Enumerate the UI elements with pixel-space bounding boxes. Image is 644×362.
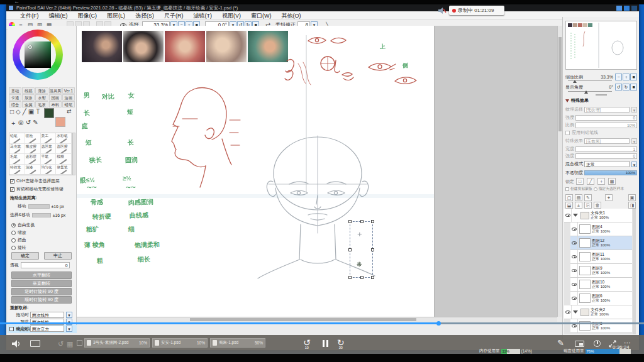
brush-tab[interactable]: 薄涂 bbox=[35, 87, 48, 94]
eyedropper-tool-icon[interactable]: ✎ bbox=[33, 119, 38, 128]
brush-item[interactable]: 均匀化 bbox=[41, 165, 57, 175]
nav-rotate-cw-button[interactable]: ↻ bbox=[623, 84, 630, 90]
nav-zoom-in-button[interactable]: ＋ bbox=[623, 74, 630, 80]
special-effects-header[interactable]: 特殊效果 bbox=[565, 97, 637, 104]
blend-mode-select[interactable]: 正常 bbox=[584, 161, 630, 167]
drag-move-slider[interactable] bbox=[28, 204, 50, 209]
lock-opacity-icon[interactable]: □ bbox=[576, 178, 584, 185]
canvas-viewport[interactable]: 男 对比 女 长 短 庭 短 长 狭长 圆润 眼≤½ ≥½ 〜〜 〜〜 骨感 肉… bbox=[77, 26, 557, 317]
brush-tab[interactable]: 水彩 bbox=[35, 94, 48, 101]
nav-angle-reset-button[interactable]: ■ bbox=[630, 84, 637, 90]
dropdown-button[interactable]: ▾ bbox=[66, 312, 72, 318]
document-tab[interactable]: 安安-1.psd 10% bbox=[152, 338, 208, 348]
radio-free-transform[interactable]: 自由变换 bbox=[11, 222, 35, 228]
title-bar[interactable]: PaintTool SAI Ver.2 (64bit) Preview.2021… bbox=[6, 4, 639, 11]
collapse-triangle-icon[interactable] bbox=[565, 99, 569, 102]
radio-icon[interactable] bbox=[11, 238, 16, 243]
menu-window[interactable]: 窗口(W) bbox=[246, 11, 277, 20]
layer-row[interactable]: 图层10正常 100% bbox=[570, 278, 632, 292]
wand-tool-icon[interactable]: ▣ bbox=[28, 108, 34, 115]
pause-button[interactable] bbox=[323, 340, 328, 347]
menu-select[interactable]: 选择(S) bbox=[130, 11, 159, 20]
navigator-preview[interactable] bbox=[565, 21, 637, 70]
color-wheel[interactable] bbox=[13, 30, 63, 80]
rewind-10-button[interactable]: ↺10 bbox=[303, 338, 311, 352]
scrollbar-thumb[interactable] bbox=[190, 318, 416, 321]
checkbox-icon[interactable]: ✓ bbox=[10, 179, 14, 184]
brush-item[interactable]: 平笔 bbox=[41, 154, 57, 165]
delete-layer-icon[interactable]: 🗑 bbox=[594, 202, 601, 209]
nav-zoom-out-button[interactable]: − bbox=[615, 74, 622, 80]
document-tab[interactable]: 蜀朱-1.psd 50% bbox=[210, 338, 265, 348]
lock-alpha-icon[interactable]: ▩ bbox=[608, 178, 616, 185]
brush-item[interactable]: 橡皮擦 bbox=[25, 144, 41, 155]
rotate-ccw-90-button[interactable]: 逆时针旋转 90 度 bbox=[11, 288, 72, 295]
rect-select-tool-icon[interactable]: □ bbox=[10, 108, 14, 115]
checkbox-move-modifier[interactable]: ✓ 剪切和移动无需按修饰键 bbox=[10, 186, 64, 192]
brush-item[interactable]: 迷彩喷 bbox=[25, 154, 41, 165]
menu-layer[interactable]: 图层(L) bbox=[102, 11, 130, 20]
brush-item[interactable]: 喷枪 bbox=[25, 133, 41, 144]
brush-item[interactable]: 马克笔 bbox=[9, 144, 25, 155]
new-document-icon[interactable] bbox=[77, 340, 82, 346]
layer-row-folder1[interactable]: 文件夹1正常 100% bbox=[564, 209, 632, 222]
flip-horizontal-button[interactable]: 水平翻转 bbox=[11, 272, 72, 279]
layers-scrollbar[interactable] bbox=[633, 209, 636, 334]
canvas-vertical-scrollbar[interactable] bbox=[557, 26, 562, 317]
radio-icon[interactable] bbox=[11, 231, 16, 235]
selection-sample-radio[interactable] bbox=[594, 187, 597, 191]
opacity-slider[interactable]: 100% bbox=[584, 170, 637, 175]
annotate-pencil-icon[interactable]: ✎ bbox=[557, 338, 564, 348]
transform-handle[interactable] bbox=[348, 276, 352, 279]
volume-icon[interactable] bbox=[11, 339, 21, 348]
speaker-muted-icon[interactable] bbox=[438, 7, 447, 14]
brush-tab[interactable]: 毛发 bbox=[35, 101, 48, 107]
visibility-eye-icon[interactable] bbox=[564, 305, 572, 319]
lock-position-icon[interactable]: ＋ bbox=[597, 178, 605, 185]
transform-handle[interactable] bbox=[348, 220, 352, 223]
brush-item[interactable]: 美工 bbox=[41, 133, 57, 144]
brush-item[interactable]: 铅笔 bbox=[9, 133, 25, 144]
brush-tab[interactable]: 油画 bbox=[62, 94, 75, 101]
menu-other[interactable]: 其他(O) bbox=[277, 11, 306, 20]
display-capture-icon[interactable] bbox=[30, 340, 40, 347]
effect-select[interactable]: [无效果] bbox=[584, 138, 630, 144]
visibility-eye-icon[interactable] bbox=[564, 209, 572, 222]
pip-icon[interactable] bbox=[575, 341, 584, 347]
clipping-mask-checkbox[interactable] bbox=[565, 187, 569, 191]
menu-filter[interactable]: 滤镜(T) bbox=[189, 11, 218, 20]
radio-scale[interactable]: 缩放 bbox=[11, 229, 26, 236]
zoom-slider-marker[interactable] bbox=[573, 80, 577, 83]
folder-collapse-icon[interactable] bbox=[573, 214, 578, 217]
layer-row[interactable]: 图层6正常 100% bbox=[570, 292, 632, 305]
playback-speed-icon[interactable] bbox=[594, 340, 601, 347]
duplicate-layer-icon[interactable]: ⎘ bbox=[584, 202, 592, 209]
radio-icon[interactable] bbox=[11, 246, 16, 250]
move-tool-icon[interactable]: ＋ bbox=[10, 119, 16, 128]
layer-row[interactable]: 图层9正常 100% bbox=[570, 264, 632, 278]
transform-handle[interactable] bbox=[371, 276, 374, 279]
brush-item[interactable]: 选区笔 bbox=[41, 144, 57, 155]
brush-tab[interactable]: 蜡笔 bbox=[62, 101, 75, 107]
rotate-cw-90-button[interactable]: 顺时针旋转 90 度 bbox=[11, 296, 72, 304]
menu-edit[interactable]: 编辑(E) bbox=[44, 11, 73, 20]
layer-row[interactable]: 图层11正常 100% bbox=[570, 250, 632, 264]
resample-drag-select[interactable]: 两次线性 bbox=[30, 312, 64, 318]
menu-image[interactable]: 图像(C) bbox=[73, 11, 103, 20]
minimize-button[interactable] bbox=[616, 6, 622, 11]
document-tab[interactable]: 3号头-素描网-2.psd 10% bbox=[84, 338, 150, 348]
transform-handle-icon[interactable]: ⇄ bbox=[67, 108, 72, 114]
foreground-color-swatch[interactable] bbox=[44, 108, 54, 118]
transfer-icon[interactable]: ± bbox=[575, 202, 582, 209]
visibility-eye-icon[interactable] bbox=[570, 236, 578, 250]
lock-pixels-icon[interactable]: ╱ bbox=[587, 178, 594, 185]
flip-vertical-button[interactable]: 垂直翻转 bbox=[11, 280, 72, 287]
resample-confirm-select[interactable]: 两次立方 bbox=[30, 326, 64, 332]
checkbox-icon[interactable]: ✓ bbox=[10, 187, 14, 192]
transform-handle[interactable] bbox=[371, 220, 374, 223]
brush-tab[interactable]: Ver.1 bbox=[62, 87, 75, 94]
menu-view[interactable]: 视图(V) bbox=[217, 11, 246, 20]
checkbox-select-layer[interactable]: ✓ Ctrl+左键单击选择图层 bbox=[10, 178, 60, 184]
angle-slider-track[interactable] bbox=[568, 91, 612, 92]
layer-magic-icon[interactable]: ✦ bbox=[605, 194, 613, 201]
